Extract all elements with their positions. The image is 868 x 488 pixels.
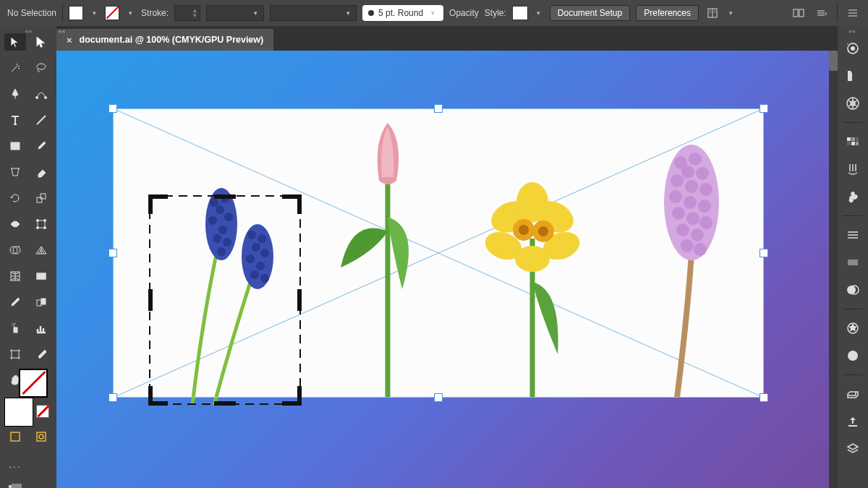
eyedropper-tool[interactable] xyxy=(4,294,26,311)
dock-separator xyxy=(843,309,863,309)
perspective-grid-tool[interactable] xyxy=(30,241,52,259)
align-to-icon[interactable] xyxy=(705,5,720,21)
graphic-style-swatch[interactable] xyxy=(512,6,528,20)
document-setup-button[interactable]: Document Setup xyxy=(550,5,630,21)
draw-mode-normal[interactable] xyxy=(4,428,26,445)
gradient-panel-icon[interactable] xyxy=(843,253,863,272)
resize-handle-mr[interactable] xyxy=(760,249,768,257)
lasso-tool[interactable] xyxy=(30,59,52,77)
resize-handle-bl[interactable] xyxy=(109,393,117,402)
eraser-tool[interactable] xyxy=(30,163,52,181)
arrange-windows-icon[interactable] xyxy=(791,5,807,21)
symbols-panel-icon[interactable] xyxy=(843,187,863,206)
selection-tool[interactable] xyxy=(4,33,26,51)
edit-toolbar-button[interactable]: ... xyxy=(4,455,26,473)
vertical-scrollbar-track[interactable] xyxy=(829,51,838,488)
artboards-panel-icon[interactable] xyxy=(843,440,863,458)
rectangle-tool[interactable] xyxy=(4,137,26,155)
stroke-swatch[interactable] xyxy=(105,6,119,20)
slice-tool[interactable] xyxy=(30,346,52,363)
brush-preset[interactable]: 5 pt. Round ▾ xyxy=(362,5,443,21)
preferences-button[interactable]: Preferences xyxy=(636,5,699,21)
svg-point-17 xyxy=(37,227,39,229)
resize-handle-tl[interactable] xyxy=(109,104,117,113)
layers-panel-icon[interactable] xyxy=(843,385,863,403)
brush-preset-label: 5 pt. Round xyxy=(378,8,423,18)
stroke-weight-field[interactable]: ▴▾ xyxy=(174,5,200,21)
canvas-stage[interactable] xyxy=(56,51,838,488)
brushes-panel-icon[interactable] xyxy=(843,160,863,179)
scale-tool[interactable] xyxy=(30,189,52,207)
tools-collapse-icon[interactable]: ◂◂ xyxy=(25,27,32,35)
svg-rect-11 xyxy=(11,142,20,150)
arrange-dropdown-icon[interactable] xyxy=(814,5,830,21)
asset-export-panel-icon[interactable] xyxy=(843,412,863,431)
swatches-panel-icon[interactable] xyxy=(843,132,863,151)
resize-handle-tc[interactable] xyxy=(434,104,443,113)
svg-rect-25 xyxy=(41,299,46,304)
libraries-panel-icon[interactable] xyxy=(843,67,863,85)
mesh-tool[interactable] xyxy=(4,267,26,285)
stroke-color-box[interactable] xyxy=(19,369,48,398)
svg-rect-12 xyxy=(37,197,42,202)
gradient-tool[interactable] xyxy=(30,267,52,285)
dock-collapse-icon[interactable]: ▸▸ xyxy=(849,27,856,35)
resize-handle-tr[interactable] xyxy=(760,104,768,113)
paintbrush-tool[interactable] xyxy=(30,137,52,155)
control-bar: No Selection ▾ ▾ Stroke: ▴▾ ▾ ▾ 5 pt. Ro… xyxy=(0,0,868,26)
dock-separator xyxy=(843,122,863,123)
variable-width-profile[interactable]: ▾ xyxy=(206,5,264,21)
placed-image-selection[interactable] xyxy=(113,108,764,398)
stroke-dropdown-icon[interactable]: ▾ xyxy=(125,8,135,18)
brush-preset-dropdown-icon[interactable]: ▾ xyxy=(427,8,438,18)
dock-separator xyxy=(843,215,863,216)
draw-mode-behind[interactable] xyxy=(30,428,52,445)
resize-handle-ml[interactable] xyxy=(109,249,117,257)
svg-rect-24 xyxy=(37,300,41,306)
shape-builder-tool[interactable] xyxy=(4,241,26,259)
selection-status: No Selection xyxy=(7,8,56,18)
column-graph-tool[interactable] xyxy=(30,320,52,337)
artboard-tool[interactable] xyxy=(4,346,26,363)
magic-wand-tool[interactable] xyxy=(4,59,26,77)
appearance-panel-icon[interactable] xyxy=(843,319,863,338)
document-tab[interactable]: × document.ai @ 100% (CMYK/GPU Preview) xyxy=(56,29,273,51)
rotate-tool[interactable] xyxy=(4,189,26,207)
line-segment-tool[interactable] xyxy=(30,111,52,129)
fill-color-box[interactable] xyxy=(4,398,33,427)
curvature-tool[interactable] xyxy=(30,85,52,103)
svg-rect-103 xyxy=(150,196,300,404)
svg-rect-2 xyxy=(793,9,798,17)
color-panel-icon[interactable] xyxy=(843,94,863,113)
svg-point-15 xyxy=(37,220,39,222)
fill-dropdown-icon[interactable]: ▾ xyxy=(89,8,99,18)
panel-menu-icon[interactable] xyxy=(845,5,861,21)
fill-swatch[interactable] xyxy=(69,6,83,20)
stroke-panel-icon[interactable] xyxy=(843,226,863,244)
graphic-style-dropdown-icon[interactable]: ▾ xyxy=(534,8,544,18)
brush-definition-field[interactable]: ▾ xyxy=(270,5,357,21)
properties-panel-icon[interactable] xyxy=(843,39,863,58)
color-mode-none[interactable] xyxy=(36,405,49,418)
width-tool[interactable] xyxy=(4,215,26,233)
graphic-styles-panel-icon[interactable] xyxy=(843,346,863,365)
transparency-panel-icon[interactable] xyxy=(843,281,863,299)
resize-handle-br[interactable] xyxy=(760,393,768,402)
svg-rect-30 xyxy=(11,432,20,441)
resize-handle-bc[interactable] xyxy=(434,393,443,402)
symbol-sprayer-tool[interactable] xyxy=(4,320,26,337)
vertical-scrollbar-thumb[interactable] xyxy=(829,51,838,71)
free-transform-tool[interactable] xyxy=(30,215,52,233)
close-tab-icon[interactable]: × xyxy=(67,35,72,46)
type-tool[interactable] xyxy=(4,111,26,129)
document-tab-bar: ◂◂ × document.ai @ 100% (CMYK/GPU Previe… xyxy=(56,26,838,51)
blend-tool[interactable] xyxy=(30,294,52,311)
direct-selection-tool[interactable] xyxy=(30,33,52,51)
align-dropdown-icon[interactable]: ▾ xyxy=(726,8,736,18)
screen-mode-button[interactable] xyxy=(4,483,26,488)
shaper-tool[interactable] xyxy=(4,163,26,181)
tabbar-collapse-icon[interactable]: ◂◂ xyxy=(58,27,65,35)
svg-point-18 xyxy=(44,227,46,229)
crop-marquee[interactable] xyxy=(149,195,301,405)
pen-tool[interactable] xyxy=(4,85,26,103)
